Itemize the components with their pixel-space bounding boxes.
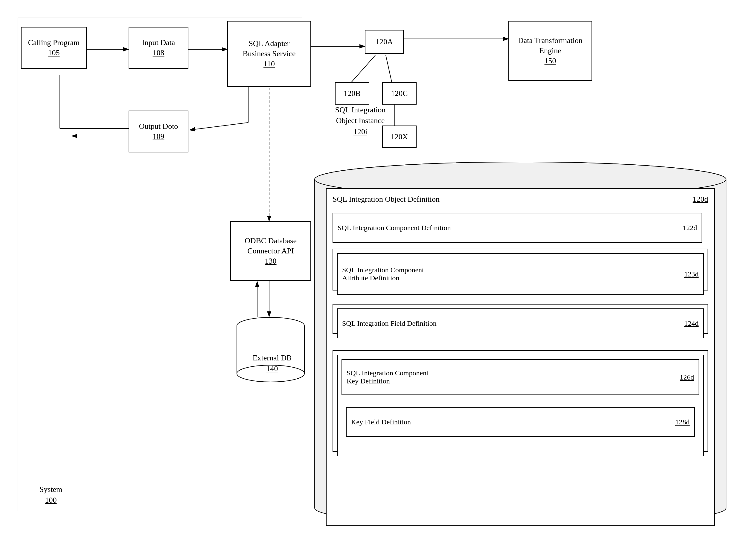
instance-120a-label: 120A	[376, 37, 393, 47]
input-data-box: Input Data 108	[129, 27, 188, 69]
sql-adapter-ref: 110	[263, 59, 275, 69]
instance-120a-box: 120A	[365, 30, 404, 54]
odbc-ref: 130	[265, 256, 277, 266]
sql-comp-def-ref: 122d	[683, 224, 697, 232]
sql-adapter-label: SQL AdapterBusiness Service	[243, 39, 296, 59]
diagram-container: Calling Program 105 Input Data 108 Outpu…	[0, 0, 756, 546]
input-data-label: Input Data	[142, 38, 175, 48]
key-field-def-ref: 128d	[675, 418, 690, 426]
svg-line-16	[351, 55, 375, 82]
data-transform-box: Data TransformationEngine 150	[508, 21, 592, 81]
sql-comp-attr-box: SQL Integration ComponentAttribute Defin…	[337, 253, 704, 295]
instance-120b-label: 120B	[344, 89, 360, 99]
external-db-label: External DB 140	[242, 353, 302, 374]
data-transform-label: Data TransformationEngine	[518, 36, 583, 56]
sql-comp-attr-label: SQL Integration ComponentAttribute Defin…	[342, 266, 424, 282]
sql-comp-key-label: SQL Integration ComponentKey Definition	[347, 369, 429, 385]
sql-field-def-box: SQL Integration Field Definition 124d	[337, 308, 704, 338]
output-data-box: Output Doto 109	[129, 111, 188, 153]
sql-comp-key-box: SQL Integration ComponentKey Definition …	[342, 359, 699, 395]
sql-comp-key-ref: 126d	[680, 373, 694, 381]
calling-program-box: Calling Program 105	[21, 27, 87, 69]
calling-program-ref: 105	[48, 48, 60, 58]
instance-120b-box: 120B	[335, 82, 369, 105]
sql-comp-def-label: SQL Integration Component Definition	[338, 224, 451, 232]
input-data-ref: 108	[153, 48, 164, 58]
sql-comp-def-box: SQL Integration Component Definition 122…	[333, 213, 702, 243]
data-transform-ref: 150	[545, 56, 556, 66]
svg-line-17	[386, 55, 392, 82]
sql-io-definition-box: SQL Integration Object Definition 120d S…	[326, 188, 715, 526]
sql-io-instance-label: SQL IntegrationObject Instance 120i	[323, 105, 398, 137]
sql-io-instance-ref: 120i	[353, 127, 367, 136]
key-field-def-box: Key Field Definition 128d	[346, 407, 695, 437]
instance-120c-label: 120C	[391, 89, 408, 99]
system-label: System 100	[21, 484, 81, 506]
sql-comp-attr-ref: 123d	[684, 270, 699, 278]
svg-line-13	[190, 123, 248, 130]
odbc-label: ODBC DatabaseConnector API	[245, 236, 297, 256]
instance-120c-box: 120C	[382, 82, 417, 105]
sql-io-def-title: SQL Integration Object Definition	[333, 195, 684, 204]
output-data-label: Output Doto	[139, 121, 178, 132]
odbc-box: ODBC DatabaseConnector API 130	[230, 221, 311, 281]
sql-io-def-ref: 120d	[693, 195, 708, 204]
sql-io-instance-text: SQL IntegrationObject Instance	[335, 106, 386, 125]
sql-adapter-box: SQL AdapterBusiness Service 110	[227, 21, 311, 87]
calling-program-label: Calling Program	[28, 38, 80, 48]
output-data-ref: 109	[153, 132, 164, 142]
sql-field-def-label: SQL Integration Field Definition	[342, 319, 437, 327]
sql-field-def-ref: 124d	[684, 319, 699, 327]
key-field-def-label: Key Field Definition	[351, 418, 411, 426]
